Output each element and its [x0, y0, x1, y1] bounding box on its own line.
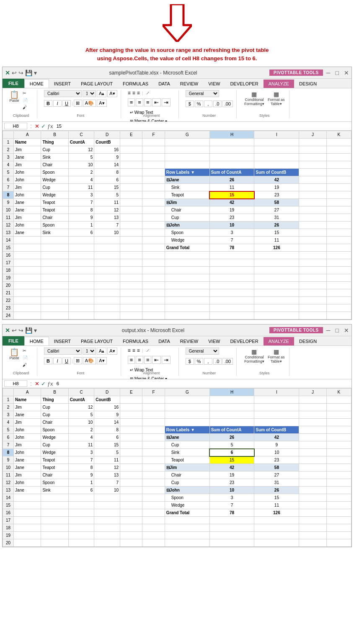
col-header-j-1[interactable]: J: [299, 131, 326, 139]
italic-btn-1[interactable]: I: [53, 100, 62, 107]
cell-b2-1[interactable]: Cup: [41, 146, 68, 154]
cell-k11-1[interactable]: [326, 214, 351, 222]
increase-font-btn-2[interactable]: A▴: [97, 348, 106, 355]
cell-f3-1[interactable]: [142, 154, 165, 161]
cell-i1-1[interactable]: [254, 139, 299, 146]
cell-b15-1[interactable]: [41, 244, 68, 252]
cut-btn-1[interactable]: ✂: [22, 90, 34, 96]
qat-more-2[interactable]: ▾: [34, 327, 37, 334]
cell-j15-1[interactable]: [299, 244, 326, 252]
cell-k1-1[interactable]: [326, 139, 351, 146]
cell-f2-1[interactable]: [142, 146, 165, 154]
cell-g10-1[interactable]: Chair: [165, 206, 209, 214]
cell-c8-1[interactable]: 3: [68, 191, 94, 199]
comma-btn-1[interactable]: ,: [204, 100, 212, 107]
cancel-formula-icon-2[interactable]: ✕: [35, 381, 39, 387]
col-header-c-2[interactable]: C: [68, 389, 94, 396]
cell-j6-1[interactable]: [299, 176, 326, 184]
font-size-select-1[interactable]: 11: [83, 90, 96, 97]
decrease-indent-btn-2[interactable]: ⇤: [152, 356, 161, 364]
cell-j13-1[interactable]: [299, 229, 326, 237]
cell-e3-1[interactable]: [120, 154, 142, 161]
tab-design-1[interactable]: DESIGN: [294, 80, 322, 88]
confirm-formula-icon-1[interactable]: ✓: [41, 123, 46, 129]
tab-insert-1[interactable]: INSERT: [49, 80, 76, 88]
tab-review-2[interactable]: REVIEW: [175, 337, 203, 345]
col-header-d-2[interactable]: D: [94, 389, 120, 396]
undo-icon-1[interactable]: ↩: [12, 70, 17, 76]
cell-j10-1[interactable]: [299, 206, 326, 214]
cell-d4-1[interactable]: 14: [94, 161, 120, 169]
col-header-g-1[interactable]: G: [165, 131, 209, 139]
conditional-format-btn-2[interactable]: ▦ Conditional Formatting▾: [243, 348, 265, 364]
cell-e12-1[interactable]: [120, 222, 142, 229]
cell-g13-1[interactable]: Spoon: [165, 229, 209, 237]
cell-i6-1[interactable]: 42: [254, 176, 299, 184]
cell-h9-1[interactable]: 42: [209, 199, 254, 206]
fill-color-btn-1[interactable]: A🎨: [83, 100, 96, 107]
cell-k9-1[interactable]: [326, 199, 351, 206]
tab-page-layout-2[interactable]: PAGE LAYOUT: [76, 337, 118, 345]
cell-h12-1[interactable]: 10: [209, 222, 254, 229]
cell-k2-1[interactable]: [326, 146, 351, 154]
cell-b1-2[interactable]: Thing: [41, 396, 68, 404]
cell-c12-1[interactable]: 1: [68, 222, 94, 229]
cell-d15-1[interactable]: [94, 244, 120, 252]
maximize-btn-2[interactable]: □: [336, 327, 339, 334]
undo-icon-2[interactable]: ↩: [12, 327, 17, 334]
percent-btn-2[interactable]: %: [195, 358, 203, 365]
insert-function-icon-1[interactable]: ƒx: [47, 123, 53, 129]
cell-e15-1[interactable]: [120, 244, 142, 252]
tab-data-1[interactable]: DATA: [153, 80, 175, 88]
col-header-i-1[interactable]: I: [254, 131, 299, 139]
cell-b7-1[interactable]: Cup: [41, 184, 68, 191]
cell-c14-1[interactable]: [68, 237, 94, 244]
cell-i9-1[interactable]: 58: [254, 199, 299, 206]
cell-e5-1[interactable]: [120, 169, 142, 176]
cell-g2-1[interactable]: [165, 146, 209, 154]
cell-d3-1[interactable]: 9: [94, 154, 120, 161]
insert-function-icon-2[interactable]: ƒx: [47, 381, 53, 387]
cell-e8-1[interactable]: [120, 191, 142, 199]
cell-i5-2[interactable]: Sum of CountB: [254, 426, 299, 434]
conditional-format-btn-1[interactable]: ▦ Conditional Formatting▾: [243, 90, 265, 107]
col-header-b-2[interactable]: B: [41, 389, 68, 396]
cell-a8-1[interactable]: John: [14, 191, 41, 199]
cell-g8-1[interactable]: Teapot: [165, 191, 209, 199]
cell-i13-1[interactable]: 15: [254, 229, 299, 237]
cell-b4-1[interactable]: Chair: [41, 161, 68, 169]
cell-j8-1[interactable]: [299, 191, 326, 199]
cell-j4-1[interactable]: [299, 161, 326, 169]
cell-a5-1[interactable]: John: [14, 169, 41, 176]
tab-home-2[interactable]: HOME: [24, 337, 49, 345]
dollar-btn-1[interactable]: $: [186, 100, 194, 107]
cell-f14-1[interactable]: [142, 237, 165, 244]
align-left-btn-1[interactable]: ≡: [128, 98, 135, 106]
format-painter-btn-2[interactable]: 🖌: [22, 362, 34, 368]
cell-b11-1[interactable]: Chair: [41, 214, 68, 222]
cell-e7-1[interactable]: [120, 184, 142, 191]
cell-i15-1[interactable]: 126: [254, 244, 299, 252]
cell-a7-1[interactable]: Jim: [14, 184, 41, 191]
font-name-select-2[interactable]: Calibri: [44, 348, 82, 355]
cell-a11-1[interactable]: Jim: [14, 214, 41, 222]
cell-j9-1[interactable]: [299, 199, 326, 206]
col-header-b-1[interactable]: B: [41, 131, 68, 139]
redo-icon-2[interactable]: ↪: [18, 327, 23, 334]
cell-i14-1[interactable]: 11: [254, 237, 299, 244]
col-header-k-1[interactable]: K: [326, 131, 351, 139]
number-format-select-1[interactable]: General: [186, 90, 219, 97]
dec-inc-btn-1[interactable]: .0: [213, 100, 222, 107]
cell-h13-1[interactable]: 3: [209, 229, 254, 237]
cell-g7-1[interactable]: Sink: [165, 184, 209, 191]
save-icon-2[interactable]: 💾: [25, 327, 32, 334]
cell-b10-1[interactable]: Teapot: [41, 206, 68, 214]
col-header-d-1[interactable]: D: [94, 131, 120, 139]
tab-home-1[interactable]: HOME: [24, 79, 49, 88]
cell-j11-1[interactable]: [299, 214, 326, 222]
cell-a1-2[interactable]: Name: [14, 396, 41, 404]
cell-b12-1[interactable]: Spoon: [41, 222, 68, 229]
cell-c13-1[interactable]: 6: [68, 229, 94, 237]
align-left-btn-2[interactable]: ≡: [128, 356, 135, 364]
format-painter-btn-1[interactable]: 🖌: [22, 104, 34, 111]
